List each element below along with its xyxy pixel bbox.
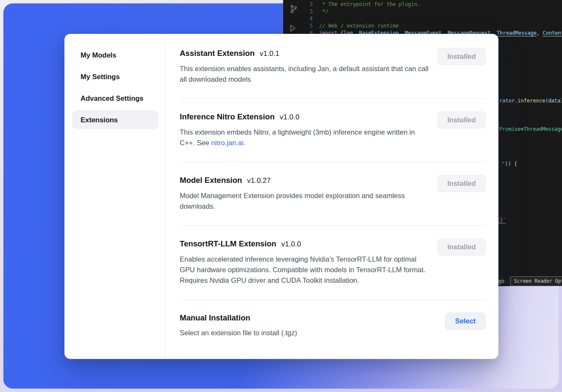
code-text: * The entrypoint for the plugin. [316, 1, 420, 8]
extension-name: Inference Nitro Extension [180, 112, 275, 121]
code-line: 2 * The entrypoint for the plugin. [283, 1, 562, 8]
extension-title: Assistant Extensionv1.0.1 [180, 48, 429, 59]
code-text: */ [316, 8, 328, 15]
extensions-list: Assistant Extensionv1.0.1 This extension… [165, 34, 498, 359]
line-number: 4 [283, 15, 316, 22]
line-number: 5 [283, 22, 316, 30]
extension-row-model: Model Extensionv1.0.27 Model Management … [180, 162, 486, 226]
installed-button[interactable]: Installed [437, 238, 486, 255]
extension-description: Model Management Extension provides mode… [180, 190, 429, 212]
sidebar-item-extensions[interactable]: Extensions [72, 110, 159, 129]
extension-version: v1.0.0 [281, 240, 301, 248]
desktop-background: 2 * The entrypoint for the plugin. 3 */ … [0, 0, 562, 392]
extension-title: Manual Installation [180, 312, 297, 323]
sidebar-item-my-models[interactable]: My Models [72, 46, 159, 64]
screen-reader-badge: Screen Reader Optimized [510, 276, 562, 286]
extension-row-manual-installation: Manual Installation Select an extension … [180, 300, 486, 352]
extension-description: This extension embeds Nitro, a lightweig… [180, 127, 429, 148]
code-fragment: Promise<ThreadMessage> [499, 126, 562, 133]
code-text [316, 15, 319, 22]
extension-row-tensorrt-llm: TensortRT-LLM Extensionv1.0.0 Enables ac… [180, 226, 486, 300]
extension-name: Model Extension [180, 176, 242, 185]
extension-name: Assistant Extension [180, 49, 255, 58]
code-fragment: rator.inference(data)); [499, 97, 562, 105]
extension-info: Model Extensionv1.0.27 Model Management … [180, 175, 429, 212]
line-number: 2 [283, 1, 316, 8]
code-fragment: ")) { [502, 160, 517, 168]
code-line: 5 // Web / extension runtime [283, 22, 562, 30]
extension-description: Select an extension file to install (.tg… [180, 328, 297, 338]
installed-button[interactable]: Installed [437, 175, 486, 192]
code-line: 4 [283, 15, 562, 22]
code-lines: 2 * The entrypoint for the plugin. 3 */ … [283, 1, 562, 37]
extension-version: v1.0.0 [280, 113, 299, 121]
extension-description: This extension enables assistants, inclu… [180, 63, 429, 85]
extension-info: Assistant Extensionv1.0.1 This extension… [180, 48, 429, 85]
extension-row-inference-nitro: Inference Nitro Extensionv1.0.0 This ext… [180, 99, 486, 162]
extension-title: Model Extensionv1.0.27 [180, 175, 429, 186]
extension-description: Enables accelerated inference leveraging… [180, 254, 429, 286]
code-line: 3 */ [283, 8, 562, 15]
settings-modal: My Models My Settings Advanced Settings … [64, 34, 498, 359]
settings-sidebar: My Models My Settings Advanced Settings … [64, 34, 165, 359]
extension-info: TensortRT-LLM Extensionv1.0.0 Enables ac… [180, 238, 429, 286]
extension-info: Inference Nitro Extensionv1.0.0 This ext… [180, 111, 429, 148]
installed-button[interactable]: Installed [437, 48, 486, 65]
extension-title: Inference Nitro Extensionv1.0.0 [180, 111, 429, 123]
extension-info: Manual Installation Select an extension … [180, 312, 297, 338]
extension-version: v1.0.1 [260, 50, 279, 58]
sidebar-item-advanced-settings[interactable]: Advanced Settings [72, 89, 159, 108]
extension-row-assistant: Assistant Extensionv1.0.1 This extension… [180, 34, 486, 99]
sidebar-item-my-settings[interactable]: My Settings [72, 67, 159, 86]
extension-name: Manual Installation [180, 313, 250, 322]
line-number: 3 [283, 8, 316, 15]
extension-version: v1.0.27 [247, 177, 271, 185]
nitro-jan-ai-link[interactable]: nitro.jan.ai. [211, 139, 245, 146]
extension-title: TensortRT-LLM Extensionv1.0.0 [180, 238, 429, 250]
status-text: go [498, 278, 504, 285]
code-text: // Web / extension runtime [316, 22, 399, 30]
select-file-button[interactable]: Select [445, 312, 486, 329]
extension-name: TensortRT-LLM Extension [180, 239, 276, 248]
installed-button[interactable]: Installed [437, 111, 486, 128]
